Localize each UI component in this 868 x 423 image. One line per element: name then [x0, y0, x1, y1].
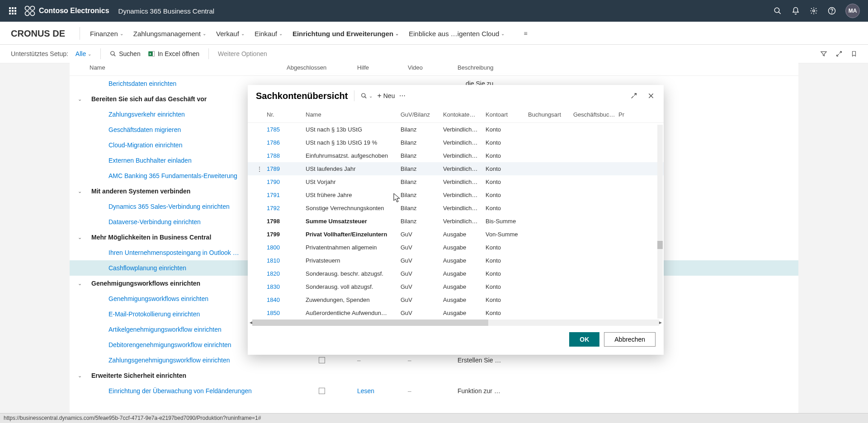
grid-row[interactable]: ⋮1786USt nach § 13b UStG 19 %BilanzVerbi… [248, 136, 664, 149]
grid-row[interactable]: ⋮1840Zuwendungen, SpendenGuVAusgabeKonto [248, 293, 664, 306]
grid-row[interactable]: ⋮1785USt nach § 13b UStGBilanzVerbindlic… [248, 123, 664, 136]
vertical-scrollbar[interactable] [657, 125, 663, 319]
accounts-grid: Nr. Name GuV/Bilanz Kontokate… Kontoart … [248, 107, 664, 320]
grid-row[interactable]: ⋮1791USt frühere JahreBilanzVerbindlich…… [248, 188, 664, 202]
status-url: https://businesscentral.dynamics.com/5fe… [4, 415, 261, 421]
grid-row[interactable]: ⋮1850Außerordentliche Aufwendun…GuVAusga… [248, 306, 664, 320]
row-actions-icon[interactable]: ⋮ [252, 165, 267, 173]
grid-row[interactable]: ⋮1798Summe UmsatzsteuerBilanzVerbindlich… [248, 215, 664, 228]
grid-header: Nr. Name GuV/Bilanz Kontokate… Kontoart … [248, 107, 664, 123]
status-bar: https://businesscentral.dynamics.com/5fe… [0, 413, 868, 423]
svg-line-15 [365, 97, 367, 99]
grid-row[interactable]: ⋮1788Einfuhrumsatzst. aufgeschobenBilanz… [248, 149, 664, 162]
grid-row[interactable]: ⋮1810PrivatsteuernGuVAusgabeKonto [248, 254, 664, 267]
grid-row[interactable]: ⋮1830Sonderausg. voll abzugsf.GuVAusgabe… [248, 280, 664, 293]
cancel-button[interactable]: Abbrechen [604, 332, 656, 347]
horizontal-scrollbar[interactable]: ◄► [252, 320, 659, 326]
grid-row[interactable]: ⋮1792Sonstige VerrechnungskontenBilanzVe… [248, 202, 664, 215]
dialog-popout-icon[interactable] [629, 91, 638, 100]
grid-row[interactable]: ⋮1800Privatentnahmen allgemeinGuVAusgabe… [248, 241, 664, 254]
ok-button[interactable]: OK [569, 332, 599, 347]
svg-point-14 [362, 94, 365, 97]
dialog-search-button[interactable]: ⌄ [361, 93, 373, 99]
dialog-new-button[interactable]: +Neu [377, 92, 395, 100]
grid-row[interactable]: ⋮1789USt laufendes JahrBilanzVerbindlich… [248, 162, 664, 175]
grid-row[interactable]: ⋮1799Privat Vollhafter/EinzelunternGuVAu… [248, 228, 664, 241]
grid-row[interactable]: ⋮1820Sonderausg. beschr. abzugsf.GuVAusg… [248, 267, 664, 280]
lookup-dialog: Sachkontenübersicht ⌄ +Neu ⋯ Nr. Name Gu… [248, 85, 664, 355]
dialog-more-icon[interactable]: ⋯ [399, 92, 406, 99]
dialog-title: Sachkontenübersicht [256, 91, 348, 101]
grid-row[interactable]: ⋮1790USt VorjahrBilanzVerbindlich…Konto [248, 175, 664, 188]
dialog-close-icon[interactable] [646, 91, 656, 100]
